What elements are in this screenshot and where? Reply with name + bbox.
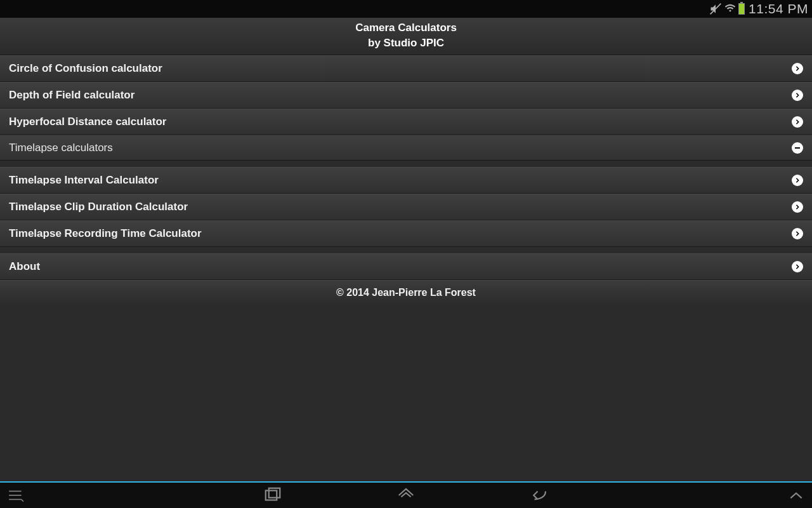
chevron-right-icon xyxy=(792,201,803,213)
mute-icon xyxy=(709,3,722,15)
item-circle-of-confusion[interactable]: Circle of Confusion calculator xyxy=(0,55,812,82)
copyright: © 2014 Jean-Pierre La Forest xyxy=(0,280,812,306)
nav-back-button[interactable] xyxy=(530,486,549,505)
app-header: Camera Calculators by Studio JPIC xyxy=(0,18,812,55)
spacer xyxy=(0,161,812,167)
nav-collapse-button[interactable] xyxy=(788,487,804,504)
chevron-right-icon xyxy=(792,228,803,239)
clock: 11:54 PM xyxy=(749,1,808,17)
empty-space xyxy=(0,306,812,474)
item-timelapse-interval[interactable]: Timelapse Interval Calculator xyxy=(0,167,812,194)
calculator-list: Circle of Confusion calculator Depth of … xyxy=(0,55,812,306)
item-timelapse-recording-time[interactable]: Timelapse Recording Time Calculator xyxy=(0,220,812,247)
app-title: Camera Calculators xyxy=(0,22,812,34)
group-timelapse[interactable]: Timelapse calculators xyxy=(0,135,812,161)
chevron-right-icon xyxy=(792,175,803,186)
chevron-right-icon xyxy=(792,90,803,101)
nav-recents-button[interactable] xyxy=(263,486,282,505)
chevron-right-icon xyxy=(792,63,803,74)
app-subtitle: by Studio JPIC xyxy=(0,37,812,50)
item-label: Depth of Field calculator xyxy=(9,89,134,102)
battery-icon xyxy=(738,3,745,15)
status-bar: 11:54 PM xyxy=(0,0,812,18)
item-label: Timelapse Interval Calculator xyxy=(9,174,159,187)
item-timelapse-clip-duration[interactable]: Timelapse Clip Duration Calculator xyxy=(0,194,812,220)
item-about[interactable]: About xyxy=(0,253,812,280)
wifi-icon xyxy=(724,3,736,15)
item-hyperfocal-distance[interactable]: Hyperfocal Distance calculator xyxy=(0,109,812,135)
item-label: Circle of Confusion calculator xyxy=(9,62,162,75)
collapse-icon xyxy=(792,142,803,154)
item-label: About xyxy=(9,260,40,273)
item-label: Timelapse Recording Time Calculator xyxy=(9,227,202,240)
item-label: Timelapse Clip Duration Calculator xyxy=(9,201,188,213)
spacer xyxy=(0,247,812,253)
group-label: Timelapse calculators xyxy=(9,142,113,154)
chevron-right-icon xyxy=(792,261,803,272)
nav-menu-button[interactable] xyxy=(8,487,24,504)
chevron-right-icon xyxy=(792,116,803,128)
svg-rect-4 xyxy=(266,491,277,500)
item-depth-of-field[interactable]: Depth of Field calculator xyxy=(0,82,812,109)
svg-rect-5 xyxy=(269,488,280,498)
item-label: Hyperfocal Distance calculator xyxy=(9,116,166,128)
nav-home-button[interactable] xyxy=(396,486,416,505)
system-nav-bar xyxy=(0,481,812,508)
